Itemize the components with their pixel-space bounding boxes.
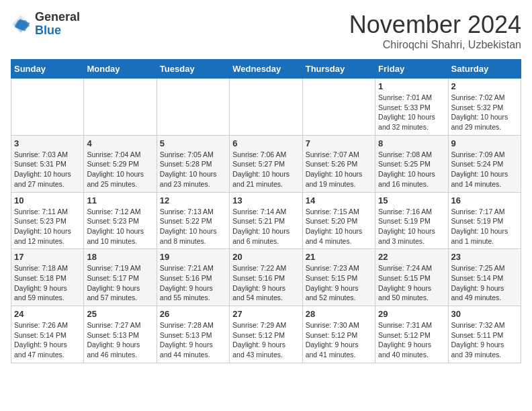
day-number: 26: [160, 309, 226, 319]
calendar-table: SundayMondayTuesdayWednesdayThursdayFrid…: [11, 59, 521, 363]
day-number: 17: [14, 252, 81, 262]
day-info: Sunrise: 7:29 AM Sunset: 5:12 PM Dayligh…: [232, 320, 299, 360]
day-number: 14: [306, 195, 372, 205]
day-info: Sunrise: 7:09 AM Sunset: 5:24 PM Dayligh…: [451, 150, 518, 189]
day-number: 9: [451, 138, 518, 148]
calendar-cell: 17Sunrise: 7:18 AM Sunset: 5:18 PM Dayli…: [11, 249, 84, 306]
day-info: Sunrise: 7:21 AM Sunset: 5:16 PM Dayligh…: [160, 263, 226, 303]
calendar-cell: 28Sunrise: 7:30 AM Sunset: 5:12 PM Dayli…: [302, 306, 375, 363]
calendar-cell: 19Sunrise: 7:21 AM Sunset: 5:16 PM Dayli…: [157, 249, 229, 306]
calendar-cell: 8Sunrise: 7:08 AM Sunset: 5:25 PM Daylig…: [375, 135, 448, 192]
day-info: Sunrise: 7:01 AM Sunset: 5:33 PM Dayligh…: [378, 93, 445, 132]
day-info: Sunrise: 7:06 AM Sunset: 5:27 PM Dayligh…: [232, 150, 299, 189]
calendar-cell: 15Sunrise: 7:16 AM Sunset: 5:19 PM Dayli…: [375, 192, 448, 249]
calendar-cell: [84, 79, 157, 136]
calendar-cell: 26Sunrise: 7:28 AM Sunset: 5:13 PM Dayli…: [157, 306, 229, 363]
day-number: 3: [14, 138, 81, 148]
day-info: Sunrise: 7:18 AM Sunset: 5:18 PM Dayligh…: [14, 263, 81, 303]
weekday-header-tuesday: Tuesday: [157, 60, 229, 79]
day-info: Sunrise: 7:12 AM Sunset: 5:23 PM Dayligh…: [87, 207, 153, 246]
calendar-cell: 12Sunrise: 7:13 AM Sunset: 5:22 PM Dayli…: [157, 192, 229, 249]
day-number: 16: [451, 195, 518, 205]
day-number: 21: [306, 252, 372, 262]
day-number: 19: [160, 252, 226, 262]
day-number: 22: [378, 252, 445, 262]
calendar-cell: 25Sunrise: 7:27 AM Sunset: 5:13 PM Dayli…: [84, 306, 157, 363]
calendar-cell: 5Sunrise: 7:05 AM Sunset: 5:28 PM Daylig…: [157, 135, 229, 192]
calendar-cell: 29Sunrise: 7:31 AM Sunset: 5:12 PM Dayli…: [375, 306, 448, 363]
day-info: Sunrise: 7:25 AM Sunset: 5:14 PM Dayligh…: [451, 263, 518, 303]
day-number: 23: [451, 252, 518, 262]
calendar-cell: 7Sunrise: 7:07 AM Sunset: 5:26 PM Daylig…: [302, 135, 375, 192]
weekday-header-row: SundayMondayTuesdayWednesdayThursdayFrid…: [11, 60, 521, 79]
logo-general: General: [35, 11, 80, 24]
weekday-header-sunday: Sunday: [11, 60, 84, 79]
day-info: Sunrise: 7:28 AM Sunset: 5:13 PM Dayligh…: [160, 320, 226, 360]
logo-icon: [11, 14, 31, 34]
weekday-header-saturday: Saturday: [448, 60, 521, 79]
day-info: Sunrise: 7:14 AM Sunset: 5:21 PM Dayligh…: [232, 207, 299, 246]
day-info: Sunrise: 7:03 AM Sunset: 5:31 PM Dayligh…: [14, 150, 81, 189]
day-info: Sunrise: 7:04 AM Sunset: 5:29 PM Dayligh…: [87, 150, 153, 189]
day-info: Sunrise: 7:15 AM Sunset: 5:20 PM Dayligh…: [306, 207, 372, 246]
calendar-week-row: 3Sunrise: 7:03 AM Sunset: 5:31 PM Daylig…: [11, 135, 521, 192]
location-title: Chiroqchi Shahri, Uzbekistan: [349, 39, 521, 51]
day-number: 30: [451, 309, 518, 319]
day-number: 2: [451, 81, 518, 91]
month-title: November 2024: [349, 11, 521, 39]
day-number: 28: [306, 309, 372, 319]
calendar-cell: 20Sunrise: 7:22 AM Sunset: 5:16 PM Dayli…: [230, 249, 302, 306]
calendar-cell: 24Sunrise: 7:26 AM Sunset: 5:14 PM Dayli…: [11, 306, 84, 363]
calendar-cell: 1Sunrise: 7:01 AM Sunset: 5:33 PM Daylig…: [375, 79, 448, 136]
calendar-cell: 16Sunrise: 7:17 AM Sunset: 5:19 PM Dayli…: [448, 192, 521, 249]
day-number: 7: [306, 138, 372, 148]
day-info: Sunrise: 7:24 AM Sunset: 5:15 PM Dayligh…: [378, 263, 445, 303]
calendar-week-row: 24Sunrise: 7:26 AM Sunset: 5:14 PM Dayli…: [11, 306, 521, 363]
day-info: Sunrise: 7:23 AM Sunset: 5:15 PM Dayligh…: [306, 263, 372, 303]
calendar-cell: 10Sunrise: 7:11 AM Sunset: 5:23 PM Dayli…: [11, 192, 84, 249]
calendar-cell: 3Sunrise: 7:03 AM Sunset: 5:31 PM Daylig…: [11, 135, 84, 192]
day-number: 25: [87, 309, 153, 319]
calendar-cell: 14Sunrise: 7:15 AM Sunset: 5:20 PM Dayli…: [302, 192, 375, 249]
day-info: Sunrise: 7:11 AM Sunset: 5:23 PM Dayligh…: [14, 207, 81, 246]
title-area: November 2024 Chiroqchi Shahri, Uzbekist…: [349, 11, 521, 51]
day-number: 29: [378, 309, 445, 319]
weekday-header-monday: Monday: [84, 60, 157, 79]
calendar-cell: 6Sunrise: 7:06 AM Sunset: 5:27 PM Daylig…: [230, 135, 302, 192]
day-info: Sunrise: 7:26 AM Sunset: 5:14 PM Dayligh…: [14, 320, 81, 360]
day-info: Sunrise: 7:02 AM Sunset: 5:32 PM Dayligh…: [451, 93, 518, 132]
day-number: 5: [160, 138, 226, 148]
calendar-cell: 27Sunrise: 7:29 AM Sunset: 5:12 PM Dayli…: [230, 306, 302, 363]
weekday-header-friday: Friday: [375, 60, 448, 79]
calendar-cell: 11Sunrise: 7:12 AM Sunset: 5:23 PM Dayli…: [84, 192, 157, 249]
calendar-cell: 9Sunrise: 7:09 AM Sunset: 5:24 PM Daylig…: [448, 135, 521, 192]
day-info: Sunrise: 7:22 AM Sunset: 5:16 PM Dayligh…: [232, 263, 299, 303]
calendar-week-row: 10Sunrise: 7:11 AM Sunset: 5:23 PM Dayli…: [11, 192, 521, 249]
day-number: 11: [87, 195, 153, 205]
calendar-cell: [157, 79, 229, 136]
calendar-cell: 30Sunrise: 7:32 AM Sunset: 5:11 PM Dayli…: [448, 306, 521, 363]
day-number: 12: [160, 195, 226, 205]
day-info: Sunrise: 7:08 AM Sunset: 5:25 PM Dayligh…: [378, 150, 445, 189]
day-info: Sunrise: 7:13 AM Sunset: 5:22 PM Dayligh…: [160, 207, 226, 246]
day-info: Sunrise: 7:17 AM Sunset: 5:19 PM Dayligh…: [451, 207, 518, 246]
day-info: Sunrise: 7:16 AM Sunset: 5:19 PM Dayligh…: [378, 207, 445, 246]
logo: General Blue: [11, 11, 80, 38]
calendar-cell: [302, 79, 375, 136]
day-number: 15: [378, 195, 445, 205]
day-number: 24: [14, 309, 81, 319]
calendar-week-row: 17Sunrise: 7:18 AM Sunset: 5:18 PM Dayli…: [11, 249, 521, 306]
logo-blue: Blue: [35, 24, 80, 38]
weekday-header-thursday: Thursday: [302, 60, 375, 79]
day-info: Sunrise: 7:32 AM Sunset: 5:11 PM Dayligh…: [451, 320, 518, 360]
logo-text: General Blue: [35, 11, 80, 38]
day-info: Sunrise: 7:19 AM Sunset: 5:17 PM Dayligh…: [87, 263, 153, 303]
calendar-week-row: 1Sunrise: 7:01 AM Sunset: 5:33 PM Daylig…: [11, 79, 521, 136]
day-number: 13: [232, 195, 299, 205]
calendar-cell: 13Sunrise: 7:14 AM Sunset: 5:21 PM Dayli…: [230, 192, 302, 249]
calendar-cell: 2Sunrise: 7:02 AM Sunset: 5:32 PM Daylig…: [448, 79, 521, 136]
calendar-cell: 21Sunrise: 7:23 AM Sunset: 5:15 PM Dayli…: [302, 249, 375, 306]
day-info: Sunrise: 7:31 AM Sunset: 5:12 PM Dayligh…: [378, 320, 445, 360]
day-number: 6: [232, 138, 299, 148]
day-number: 18: [87, 252, 153, 262]
